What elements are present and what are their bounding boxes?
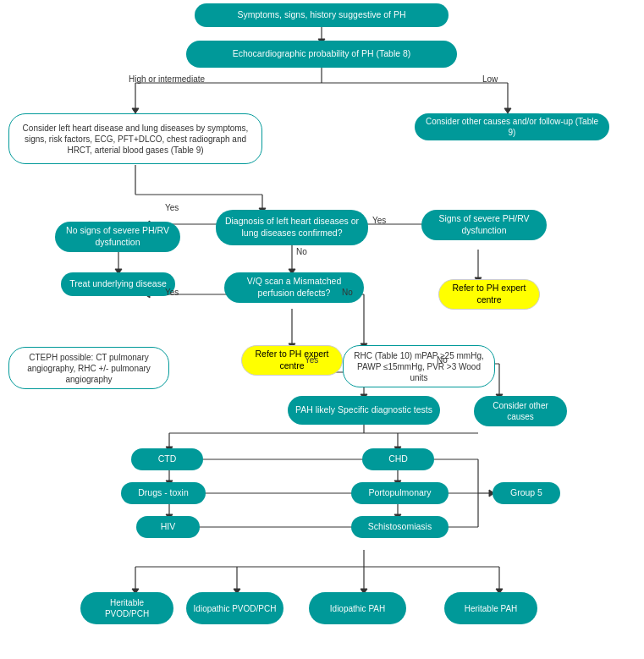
hiv-box: HIV: [136, 516, 200, 538]
cteph-box: CTEPH possible: CT pulmonary angiography…: [8, 347, 169, 389]
signs-severe-box: Signs of severe PH/RV dysfunction: [421, 210, 547, 240]
rhc-box: RHC (Table 10) mPAP ≥25 mmHg, PAWP ≤15mm…: [343, 345, 495, 387]
label-no3: No: [437, 355, 448, 365]
refer-ph2-box: Refer to PH expert centre: [241, 345, 343, 376]
drugs-box: Drugs - toxin: [121, 482, 206, 504]
flowchart: Symptoms, signs, history suggestive of P…: [0, 0, 644, 659]
consider-other-box: Consider other causes and/or follow-up (…: [415, 113, 609, 140]
label-yes2: Yes: [372, 216, 386, 225]
no-signs-box: No signs of severe PH/RV dysfunction: [55, 222, 180, 252]
consider-causes-box: Consider other causes: [474, 396, 567, 426]
label-low: Low: [482, 74, 498, 84]
heritable-pvod1-box: Heritable PVOD/PCH: [80, 592, 173, 624]
treat-box: Treat underlying disease: [61, 272, 175, 296]
label-high-intermediate: High or intermediate: [129, 74, 205, 84]
ctd-box: CTD: [131, 448, 203, 470]
chd-box: CHD: [362, 448, 434, 470]
label-yes3: Yes: [165, 288, 179, 297]
idiopathic-pah-box: Idiopathic PAH: [309, 592, 406, 624]
label-no2: No: [342, 288, 353, 297]
label-yes4: Yes: [305, 355, 318, 365]
diagnosis-box: Diagnosis of left heart diseases or lung…: [216, 210, 368, 245]
porto-box: Portopulmonary: [351, 482, 449, 504]
pah-likely-box: PAH likely Specific diagnostic tests: [288, 396, 440, 425]
echo-box: Echocardiographic probability of PH (Tab…: [186, 41, 457, 68]
label-yes1: Yes: [165, 203, 179, 212]
schisto-box: Schistosomiasis: [351, 516, 449, 538]
refer-ph1-box: Refer to PH expert centre: [438, 279, 540, 310]
group5-box: Group 5: [493, 482, 560, 504]
symptoms-box: Symptoms, signs, history suggestive of P…: [195, 3, 449, 27]
label-no1: No: [296, 247, 307, 256]
heritable-pah-box: Heritable PAH: [444, 592, 537, 624]
consider-left-box: Consider left heart disease and lung dis…: [8, 113, 262, 164]
idiopathic-pvod-box: Idiopathic PVOD/PCH: [186, 592, 283, 624]
